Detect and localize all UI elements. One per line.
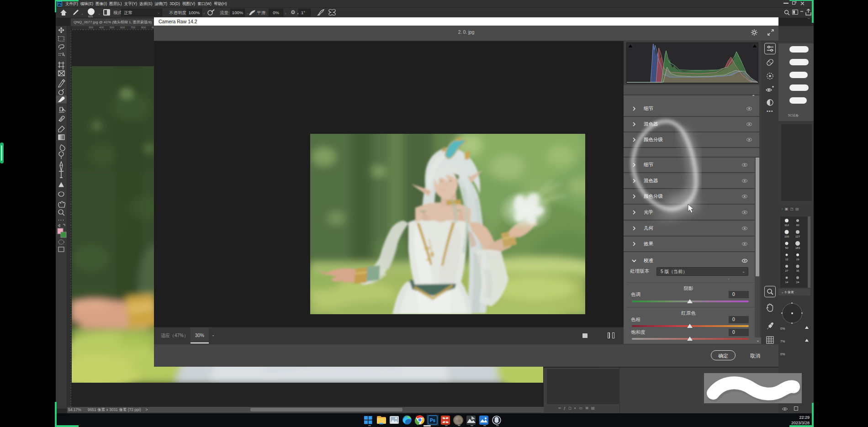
svg-text:183: 183 [795, 247, 800, 249]
svg-text:24: 24 [796, 281, 799, 284]
svg-text:35: 35 [796, 269, 799, 272]
svg-text:14: 14 [785, 281, 789, 284]
svg-text:12: 12 [785, 258, 789, 261]
svg-text:60: 60 [796, 224, 799, 227]
svg-text:100: 100 [784, 235, 789, 238]
svg-text:50: 50 [785, 247, 789, 249]
svg-text:19: 19 [796, 258, 799, 261]
svg-text:112: 112 [784, 224, 789, 227]
svg-text:27: 27 [785, 269, 789, 272]
svg-text:Ps: Ps [430, 418, 436, 423]
svg-text:127: 127 [795, 235, 800, 238]
